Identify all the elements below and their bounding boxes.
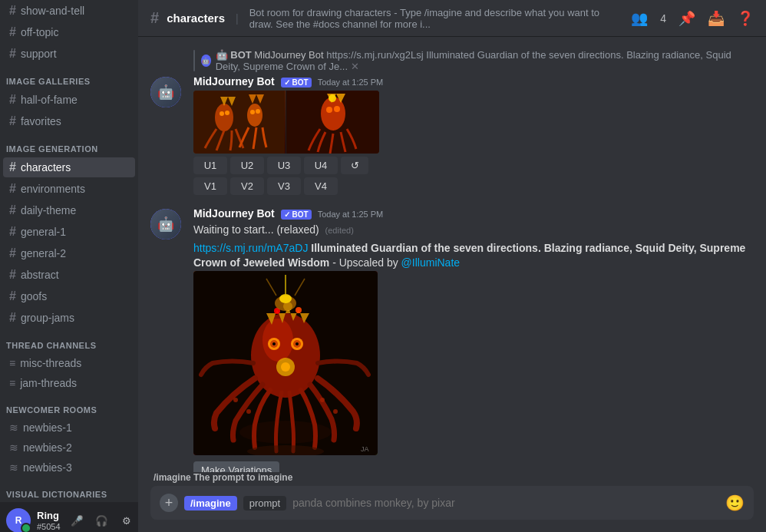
message-content-2: MidJourney Bot ✓ BOT Today at 1:25 PM Wa… — [193, 207, 754, 472]
message-timestamp-2: Today at 1:25 PM — [318, 210, 384, 219]
message-image-grid-top — [193, 91, 379, 154]
sidebar-item-abstract[interactable]: # abstract — [3, 265, 135, 285]
sidebar-item-favorites[interactable]: # favorites — [3, 111, 135, 131]
svg-point-38 — [246, 409, 251, 414]
upscale-4-button[interactable]: U4 — [304, 157, 338, 174]
sidebar-item-jam-threads[interactable]: ≡ jam-threads — [3, 374, 135, 392]
pin-icon[interactable]: 📌 — [679, 10, 695, 27]
newcomer-icon: ≋ — [9, 421, 18, 434]
settings-button[interactable]: ⚙ — [116, 510, 137, 531]
svg-point-2 — [247, 104, 262, 127]
ref-avatar: 🤖 — [201, 55, 211, 67]
ref-text: 🤖 BOT MidJourney Bot https://s.mj.run/xg… — [216, 49, 754, 72]
sidebar-item-group-jams[interactable]: # group-jams — [3, 308, 135, 328]
bot-avatar-2: 🤖 — [150, 209, 181, 240]
sidebar-item-show-and-tell[interactable]: # show-and-tell — [3, 1, 135, 21]
newcomer-icon: ≋ — [9, 461, 18, 474]
bot-badge-2: ✓ BOT — [281, 210, 312, 220]
svg-point-36 — [281, 362, 290, 372]
hash-icon: # — [9, 246, 16, 260]
upscale-credit: - Upscaled by — [332, 256, 401, 269]
help-icon[interactable]: ❓ — [737, 10, 754, 27]
header-icons: 👥 4 📌 📥 ❓ — [631, 10, 754, 27]
variation-4-button[interactable]: V4 — [304, 177, 338, 195]
message-group-2: 🤖 MidJourney Bot ✓ BOT Today at 1:25 PM … — [150, 207, 754, 472]
upscaled-creature-svg: JA — [193, 271, 378, 455]
message-link[interactable]: https://s.mj.run/mA7aDJ — [193, 242, 308, 254]
variation-1-button[interactable]: V1 — [193, 177, 227, 195]
svg-point-25 — [279, 294, 292, 303]
user-info: Ring #5054 — [37, 510, 61, 531]
hash-icon: # — [9, 4, 16, 18]
hash-icon: # — [9, 311, 16, 325]
sidebar-item-general-1[interactable]: # general-1 — [3, 222, 135, 242]
image-variation-buttons: U1 U2 U3 U4 ↺ V1 V2 V3 V4 — [193, 157, 754, 195]
make-variations-button[interactable]: Make Variations — [193, 461, 279, 472]
variation-2-button[interactable]: V2 — [230, 177, 264, 195]
sidebar-item-support[interactable]: # support — [3, 44, 135, 64]
upscale-3-button[interactable]: U3 — [267, 157, 301, 174]
message-content-1: MidJourney Bot ✓ BOT Today at 1:25 PM — [193, 75, 754, 201]
message-group-1: 🤖 MidJourney Bot ✓ BOT Today at 1:25 PM — [150, 75, 754, 201]
mute-button[interactable]: 🎤 — [67, 510, 88, 531]
svg-point-13 — [334, 106, 340, 112]
sidebar: # show-and-tell # off-topic # support IM… — [0, 0, 138, 532]
thread-icon: ≡ — [9, 357, 15, 369]
inbox-icon[interactable]: 📥 — [708, 10, 725, 27]
upscale-2-button[interactable]: U2 — [230, 157, 264, 174]
ref-bar — [193, 50, 195, 71]
ref-dismiss: ✕ — [351, 61, 359, 72]
upscale-user: @IllumiNate — [401, 256, 460, 269]
hash-icon: # — [9, 225, 16, 239]
slash-command-label: /imagine — [184, 496, 237, 511]
members-icon[interactable]: 👥 — [631, 10, 648, 27]
bot-badge-1: ✓ BOT — [281, 78, 312, 88]
sidebar-item-environments[interactable]: # environments — [3, 179, 135, 199]
chat-area: 🤖 🤖 BOT MidJourney Bot https://s.mj.run/… — [138, 37, 766, 472]
image-generation-header: IMAGE GENERATION — [0, 132, 138, 157]
upscale-button-row: U1 U2 U3 U4 ↺ — [193, 157, 754, 174]
bot-avatar-1: 🤖 — [150, 77, 181, 107]
svg-point-1 — [215, 104, 233, 131]
hash-icon: # — [9, 182, 16, 196]
refresh-button[interactable]: ↺ — [341, 157, 368, 174]
ref-bot-badge: 🤖 BOT — [216, 49, 252, 61]
emoji-button[interactable]: 🙂 — [725, 494, 745, 512]
sidebar-item-newbies-2[interactable]: ≋ newbies-2 — [3, 438, 135, 457]
bot-avatar-image: 🤖 — [150, 77, 181, 107]
upscale-1-button[interactable]: U1 — [193, 157, 227, 174]
svg-point-34 — [296, 342, 299, 345]
svg-point-33 — [272, 342, 276, 345]
ref-author: MidJourney Bot — [254, 49, 326, 61]
image-galleries-header: IMAGE GALLERIES — [0, 64, 138, 89]
message-link-block: https://s.mj.run/mA7aDJ Illuminated Guar… — [193, 241, 754, 271]
variation-3-button[interactable]: V3 — [267, 177, 301, 195]
imagine-input[interactable] — [292, 497, 719, 509]
add-attachment-button[interactable]: + — [160, 494, 178, 512]
sidebar-item-newbies-3[interactable]: ≋ newbies-3 — [3, 458, 135, 477]
svg-point-40 — [333, 409, 338, 414]
creature-image-svg — [193, 91, 379, 154]
visual-dictionaries-header: VISUAL DICTIONARIES — [0, 477, 138, 502]
hash-icon: # — [9, 203, 16, 217]
sidebar-item-hall-of-fame[interactable]: # hall-of-fame — [3, 90, 135, 110]
sidebar-item-goofs[interactable]: # goofs — [3, 286, 135, 306]
sidebar-item-off-topic[interactable]: # off-topic — [3, 22, 135, 42]
hash-icon: # — [9, 268, 16, 282]
prompt-hint: /imagine The prompt to imagine — [150, 472, 754, 483]
sidebar-item-daily-theme[interactable]: # daily-theme — [3, 200, 135, 220]
svg-rect-9 — [286, 91, 286, 154]
upscaled-image: JA — [193, 271, 378, 455]
channel-name: characters — [167, 12, 225, 25]
svg-point-15 — [329, 94, 336, 102]
sidebar-item-misc-threads[interactable]: ≡ misc-threads — [3, 354, 135, 372]
waiting-text: Waiting to start... (relaxed) — [193, 223, 319, 236]
sidebar-item-general-2[interactable]: # general-2 — [3, 243, 135, 263]
sidebar-item-newbies-1[interactable]: ≋ newbies-1 — [3, 418, 135, 437]
sidebar-item-characters[interactable]: # characters — [3, 157, 135, 177]
svg-point-23 — [296, 307, 302, 313]
svg-point-5 — [250, 110, 255, 114]
deafen-button[interactable]: 🎧 — [91, 510, 113, 531]
action-buttons: Make Variations — [193, 461, 754, 472]
svg-point-6 — [256, 109, 260, 114]
